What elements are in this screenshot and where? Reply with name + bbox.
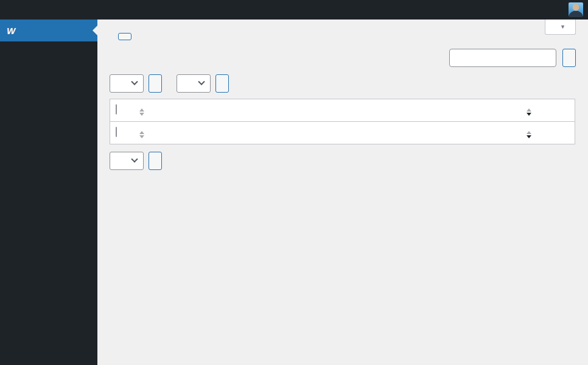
chevron-down-icon xyxy=(131,156,138,163)
sort-arrows-icon xyxy=(139,131,144,138)
table-footer xyxy=(110,122,575,144)
select-all-checkbox[interactable] xyxy=(116,104,117,115)
search-box xyxy=(449,49,576,67)
chevron-down-icon xyxy=(198,79,205,85)
sidebar-item-woocommerce[interactable]: W xyxy=(0,19,97,41)
admin-bar-left xyxy=(0,0,67,19)
sort-by-title[interactable] xyxy=(136,108,144,116)
admin-bar-right xyxy=(564,0,588,19)
site-name-menu[interactable] xyxy=(11,0,25,19)
apply-button[interactable] xyxy=(149,152,162,170)
sort-arrows-icon xyxy=(527,108,531,116)
woocommerce-submenu xyxy=(0,41,97,50)
order-statuses-table xyxy=(110,99,575,144)
comments-menu[interactable] xyxy=(39,0,53,19)
woocommerce-icon: W xyxy=(5,24,17,37)
select-all-checkbox[interactable] xyxy=(116,127,117,137)
sort-by-title[interactable] xyxy=(136,131,144,138)
screen-options-tab[interactable]: ▼ xyxy=(545,19,576,35)
user-avatar[interactable] xyxy=(569,2,583,17)
chevron-down-icon xyxy=(131,79,138,85)
apply-button[interactable] xyxy=(149,74,162,93)
new-content-menu[interactable] xyxy=(53,0,67,19)
sort-by-date[interactable] xyxy=(523,131,531,138)
title-row xyxy=(110,19,576,40)
tablenav-bottom xyxy=(110,152,576,170)
admin-sidebar: W xyxy=(0,19,97,365)
updates-menu[interactable] xyxy=(25,0,39,19)
admin-bar xyxy=(0,0,588,19)
wordpress-menu[interactable] xyxy=(0,0,11,19)
dates-filter-select[interactable] xyxy=(177,74,211,93)
sort-arrows-icon xyxy=(527,131,531,138)
bulk-actions-select[interactable] xyxy=(110,74,144,93)
filter-button[interactable] xyxy=(215,74,229,93)
views-row xyxy=(110,49,576,67)
search-input[interactable] xyxy=(449,49,556,67)
main-content: ▼ xyxy=(97,19,588,365)
sort-arrows-icon xyxy=(139,108,144,116)
chevron-down-icon: ▼ xyxy=(560,24,565,30)
tablenav-top xyxy=(110,74,576,93)
bulk-actions-select[interactable] xyxy=(110,152,144,170)
add-new-order-status-button[interactable] xyxy=(118,33,131,40)
sort-by-date[interactable] xyxy=(523,108,531,116)
table-header xyxy=(110,99,575,122)
search-statuses-button[interactable] xyxy=(562,49,576,67)
